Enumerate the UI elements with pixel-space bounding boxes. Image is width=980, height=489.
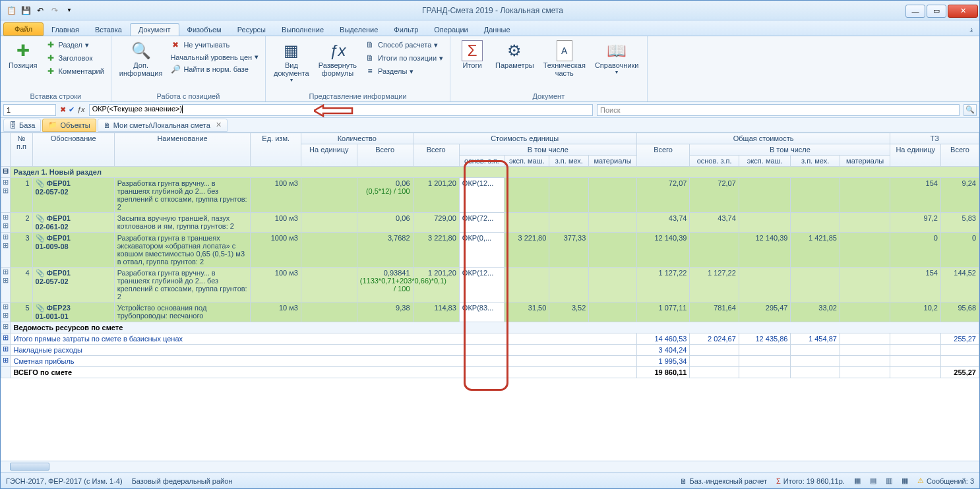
- status-itogo[interactable]: ΣИтого: 19 860,11р.: [776, 477, 845, 485]
- naiti-button[interactable]: 🔎Найти в норм. базе: [169, 63, 260, 75]
- spravochniki-button[interactable]: 📖Справочники▾: [592, 39, 642, 76]
- formula-bar: ✖ ✔ ƒx ОКР(<Текущее значение>) Поиск 🔍: [1, 102, 979, 118]
- col-obos[interactable]: Обоснование: [32, 133, 114, 167]
- fx-icon: ƒx: [327, 40, 348, 61]
- qat-dropdown-icon[interactable]: ▼: [64, 5, 75, 16]
- nach-uroven-button[interactable]: Начальный уровень цен ▾: [169, 52, 260, 62]
- tab-selection[interactable]: Выделение: [332, 24, 386, 36]
- plus-small-icon: ✚: [46, 40, 56, 50]
- itogi-button[interactable]: ΣИтоги: [456, 39, 489, 71]
- tab-resources[interactable]: Ресурсы: [230, 24, 274, 36]
- ne-uchit-button[interactable]: ✖Не учитывать: [169, 39, 260, 51]
- total-row: ⊞Накладные расходы3 404,24: [1, 345, 979, 356]
- status-view4[interactable]: ▦: [902, 476, 908, 485]
- tab-execution[interactable]: Выполнение: [274, 24, 332, 36]
- fx-label-icon[interactable]: ƒx: [77, 105, 85, 114]
- formula-input[interactable]: ОКР(<Текущее значение>): [89, 104, 593, 116]
- horizontal-scrollbar[interactable]: [1, 461, 979, 473]
- tab-fizobem[interactable]: Физобъем: [179, 24, 230, 36]
- table-row: ⊞ ⊞5📎 ФЕР2301-001-01Устройство основания…: [1, 302, 979, 322]
- col-kol[interactable]: Количество: [301, 133, 413, 144]
- accept-formula-icon[interactable]: ✔: [69, 105, 75, 114]
- file-tab[interactable]: Файл: [3, 22, 44, 36]
- doctab-baza[interactable]: 🗄База: [3, 119, 41, 132]
- status-messages[interactable]: ⚠Сообщений: 3: [917, 476, 974, 485]
- maximize-button[interactable]: ▭: [927, 5, 946, 18]
- window-title: ГРАНД-Смета 2019 - Локальная смета: [80, 6, 905, 15]
- cell-reference-input[interactable]: [3, 104, 56, 116]
- tab-main[interactable]: Главная: [44, 24, 87, 36]
- total-row: ⊞Сметная прибыль1 995,34: [1, 356, 979, 367]
- tab-document[interactable]: Документ: [130, 23, 179, 36]
- position-button[interactable]: ✚ Позиция: [6, 39, 40, 71]
- ribbon-help-icon[interactable]: ۿ: [964, 22, 979, 36]
- search-input[interactable]: Поиск: [597, 104, 960, 116]
- undo-icon[interactable]: ↶: [35, 5, 46, 16]
- col-ed[interactable]: Ед. изм.: [251, 133, 301, 167]
- table-row: ⊞ ⊞1📎 ФЕР0102-057-02Разработка грунта вр…: [1, 178, 979, 213]
- annotation-arrow-icon: [314, 103, 353, 119]
- col-naim[interactable]: Наименование: [114, 133, 251, 167]
- tab-data[interactable]: Данные: [476, 24, 518, 36]
- sigma-icon: Σ: [462, 40, 483, 61]
- folder-icon: 📁: [48, 121, 57, 129]
- doctab-smeta[interactable]: 🗎Мои сметы\Локальная смета✕: [98, 119, 228, 132]
- table-row: ⊞ ⊞3📎 ФЕР0101-009-08Разработка грунта в …: [1, 233, 979, 268]
- document-tabs: 🗄База 📁Объекты 🗎Мои сметы\Локальная смет…: [1, 118, 979, 132]
- minimize-button[interactable]: —: [905, 5, 925, 18]
- table-row: ⊞ ⊞4📎 ФЕР0102-057-02Разработка грунта вр…: [1, 268, 979, 302]
- col-stoim-ed[interactable]: Стоимость единицы: [413, 133, 636, 144]
- doc-a-icon: A: [557, 40, 572, 61]
- warning-icon: ⚠: [917, 476, 924, 485]
- dopinfo-button[interactable]: 🔍 Доп. информация: [117, 39, 166, 78]
- zagolovok-button[interactable]: ✚Заголовок: [44, 52, 106, 64]
- save-icon[interactable]: 💾: [20, 5, 31, 16]
- status-norms: ГЭСН-2017, ФЕР-2017 (с Изм. 1-4): [6, 477, 123, 485]
- scrollbar-thumb[interactable]: [10, 463, 49, 471]
- ribbon: ✚ Позиция ✚Раздел ▾ ✚Заголовок ✚Коммента…: [1, 36, 979, 102]
- itogi-pozicii-button[interactable]: 🗎Итоги по позиции ▾: [363, 52, 444, 64]
- col-num[interactable]: № п.п: [11, 133, 32, 167]
- section-header-row: ⊟Раздел 1. Новый раздел: [1, 167, 979, 178]
- status-calc-type[interactable]: 🗎Баз.-индексный расчет: [680, 477, 767, 485]
- sections-icon: ≡: [365, 66, 375, 76]
- razdel-button[interactable]: ✚Раздел ▾: [44, 39, 106, 51]
- tab-operations[interactable]: Операции: [426, 24, 475, 36]
- close-icon[interactable]: ✕: [216, 121, 222, 129]
- razvernut-formuly-button[interactable]: ƒx Развернуть формулы: [316, 39, 359, 78]
- sigma-icon: Σ: [776, 477, 781, 485]
- doc-icon: 🗎: [104, 121, 111, 129]
- redo-icon[interactable]: ↷: [49, 5, 60, 16]
- grand-total-row: ВСЕГО по смете19 860,11255,27: [1, 367, 979, 378]
- status-region: Базовый федеральный район: [132, 477, 233, 485]
- book-icon: 📖: [606, 40, 627, 61]
- close-button[interactable]: ✕: [948, 5, 978, 18]
- cancel-formula-icon[interactable]: ✖: [60, 105, 66, 114]
- col-tz[interactable]: ТЗ: [890, 133, 979, 144]
- status-view3[interactable]: ▥: [886, 476, 892, 485]
- search-db-icon: 🔎: [170, 64, 181, 74]
- tab-insert[interactable]: Вставка: [87, 24, 130, 36]
- ribbon-tabs: Файл Главная Вставка Документ Физобъем Р…: [1, 20, 979, 36]
- parametry-button[interactable]: ⚙Параметры: [493, 39, 537, 71]
- plus-icon: ✚: [13, 40, 34, 61]
- vid-dokumenta-button[interactable]: ▦ Вид документа▾: [271, 39, 312, 84]
- col-obsh[interactable]: Общая стоимость: [636, 133, 890, 144]
- gear-icon: ⚙: [504, 40, 525, 61]
- plus-small-icon: ✚: [46, 66, 56, 76]
- comment-button[interactable]: ✚Комментарий: [44, 65, 106, 77]
- sposob-rascheta-button[interactable]: 🗎Способ расчета ▾: [363, 39, 444, 51]
- status-view2[interactable]: ▤: [870, 476, 876, 485]
- razdely-button[interactable]: ≡Разделы ▾: [363, 65, 444, 77]
- search-button[interactable]: 🔍: [964, 104, 977, 116]
- status-view1[interactable]: ▦: [854, 476, 861, 485]
- tech-chast-button[interactable]: AТехническая часть: [541, 39, 588, 78]
- app-icon: 📋: [6, 5, 16, 16]
- calc-icon: 🗎: [365, 40, 375, 50]
- estimate-grid[interactable]: № п.п Обоснование Наименование Ед. изм. …: [1, 132, 979, 461]
- magnifier-icon: 🔍: [131, 40, 152, 61]
- total-row: ⊞Итого прямые затраты по смете в базисны…: [1, 333, 979, 345]
- doctab-objects[interactable]: 📁Объекты: [42, 119, 96, 132]
- tab-filter[interactable]: Фильтр: [386, 24, 426, 36]
- resources-summary-row: ⊞Ведомость ресурсов по смете: [1, 322, 979, 333]
